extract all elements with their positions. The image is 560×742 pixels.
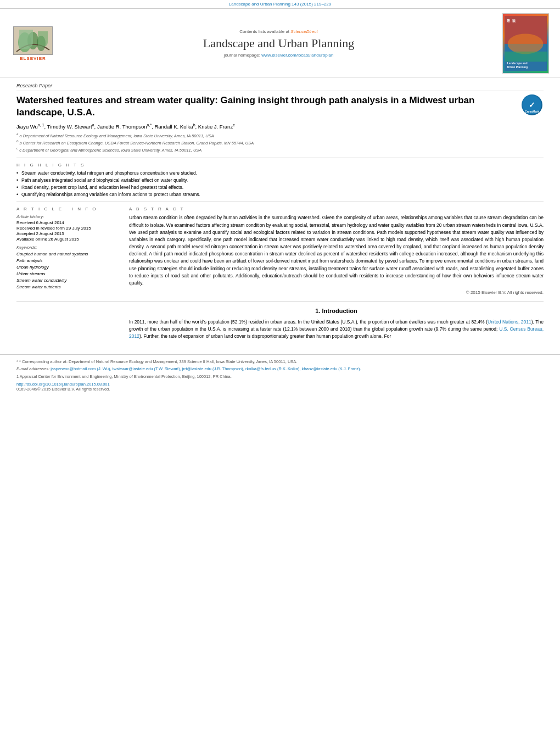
crossmark-badge[interactable]: ✓ CrossMark: [522, 94, 544, 116]
article-title-row: Watershed features and stream water qual…: [16, 94, 544, 119]
emails-label: E-mail addresses:: [16, 366, 49, 371]
intro-paragraph: In 2011, more than half of the world's p…: [129, 319, 544, 341]
affiliations: a a Department of Natural Resource Ecolo…: [16, 132, 544, 153]
highlight-item-1: • Stream water conductivity, total nitro…: [16, 170, 544, 176]
svg-point-2: [27, 32, 38, 49]
keywords-list: Coupled human and natural systems Path a…: [16, 251, 118, 291]
footer-issn: 0169-2046/© 2015 Elsevier B.V. All right…: [16, 387, 544, 392]
available-date: Available online 26 August 2015: [16, 237, 118, 242]
keyword-2: Path analysis: [16, 258, 118, 264]
introduction-section: 1. Introduction In 2011, more than half …: [16, 302, 544, 341]
keyword-3: Urban hydrology: [16, 264, 118, 271]
header-center: Contents lists available at ScienceDirec…: [55, 29, 502, 58]
footnote-emails: E-mail addresses: jasperwoo@hotmail.com …: [16, 366, 544, 372]
footer-doi[interactable]: http://dx.doi.org/10.1016/j.landurbplan.…: [16, 382, 544, 387]
svg-text:Landscape and: Landscape and: [507, 62, 528, 65]
divider-1: [16, 158, 544, 158]
affiliation-a: a a Department of Natural Resource Ecolo…: [16, 132, 544, 139]
journal-homepage-link[interactable]: www.elsevier.com/locate/landurbplan: [261, 53, 333, 58]
keyword-6: Stream water nutrients: [16, 284, 118, 291]
accepted-date: Accepted 2 August 2015: [16, 231, 118, 236]
article-content: Research Paper Watershed features and st…: [0, 77, 560, 346]
journal-title: Landscape and Urban Planning: [66, 36, 491, 51]
crossmark-icon: ✓ CrossMark: [522, 94, 542, 115]
abstract-title: A B S T R A C T: [129, 207, 544, 211]
journal-header: ELSEVIER Contents lists available at Sci…: [0, 9, 560, 77]
abstract-col: A B S T R A C T Urban stream condition i…: [129, 207, 544, 295]
article-title: Watershed features and stream water qual…: [16, 94, 522, 119]
svg-text:観: 観: [512, 19, 516, 23]
copyright-line: © 2015 Elsevier B.V. All rights reserved…: [129, 290, 544, 295]
keywords-label: Keywords:: [16, 245, 118, 250]
bullet-icon: •: [16, 185, 18, 190]
intro-right-col: 1. Introduction In 2011, more than half …: [129, 308, 544, 341]
affiliation-c: c c Department of Geological and Atmosph…: [16, 146, 544, 153]
highlights-section: H I G H L I G H T S • Stream water condu…: [16, 163, 544, 197]
sciencedirect-line: Contents lists available at ScienceDirec…: [66, 29, 491, 34]
sciencedirect-link[interactable]: ScienceDirect: [290, 29, 317, 34]
received-date: Received 6 August 2014: [16, 220, 118, 225]
intro-two-col: 1. Introduction In 2011, more than half …: [16, 308, 544, 341]
svg-point-7: [508, 34, 544, 54]
ref-united-nations[interactable]: United Nations, 2011: [488, 319, 531, 325]
ref-census-bureau[interactable]: U.S. Census Bureau, 2012: [129, 326, 544, 339]
svg-text:景: 景: [507, 19, 510, 23]
elsevier-logo: ELSEVIER: [11, 26, 55, 61]
highlights-title: H I G H L I G H T S: [16, 163, 544, 168]
footnote-star: * * Corresponding author at: Department …: [16, 359, 544, 365]
page-footer: * * Corresponding author at: Department …: [0, 354, 560, 397]
keyword-5: Stream water conductivity: [16, 277, 118, 284]
doi-top-text: Landscape and Urban Planning 143 (2015) …: [229, 2, 331, 7]
highlight-item-3: • Road density, percent crop land, and e…: [16, 185, 544, 190]
svg-rect-8: [505, 52, 547, 62]
article-info-title: A R T I C L E I N F O: [16, 207, 118, 211]
article-type: Research Paper: [16, 83, 544, 91]
article-info-col: A R T I C L E I N F O Article history: R…: [16, 207, 118, 295]
svg-text:✓: ✓: [529, 101, 535, 109]
article-body-two-col: A R T I C L E I N F O Article history: R…: [16, 207, 544, 295]
elsevier-wordmark: ELSEVIER: [20, 56, 46, 61]
highlight-item-2: • Path analyses integrated social and bi…: [16, 177, 544, 183]
journal-cover-image: 景 観 Landscape and Urban Planning: [502, 13, 549, 74]
highlight-item-4: • Quantifying relationships among variab…: [16, 192, 544, 197]
svg-text:Urban Planning: Urban Planning: [507, 65, 528, 69]
keyword-1: Coupled human and natural systems: [16, 251, 118, 258]
footnote-1: 1 Appraisal Center for Environment and E…: [16, 374, 544, 380]
bullet-icon: •: [16, 170, 18, 176]
journal-homepage: journal homepage: www.elsevier.com/locat…: [66, 53, 491, 58]
bullet-icon: •: [16, 177, 18, 183]
doi-top-line: Landscape and Urban Planning 143 (2015) …: [0, 0, 560, 9]
section1-title: 1. Introduction: [129, 308, 544, 314]
intro-left-col: [16, 308, 118, 341]
keyword-4: Urban streams: [16, 271, 118, 277]
history-label: Article history:: [16, 214, 118, 219]
bullet-icon: •: [16, 192, 18, 197]
elsevier-logo-image: [13, 26, 53, 55]
abstract-text: Urban stream condition is often degraded…: [129, 214, 544, 287]
authors-line: Jiayu Wua, 1, Timothy W. Stewarta, Janet…: [16, 123, 544, 130]
revised-date: Received in revised form 29 July 2015: [16, 226, 118, 231]
email-links[interactable]: jasperwoo@hotmail.com (J. Wu), twstewar@…: [51, 366, 361, 371]
divider-2: [16, 202, 544, 202]
svg-point-3: [37, 36, 46, 51]
affiliation-b: b b Center for Research on Ecosystem Cha…: [16, 139, 544, 146]
svg-text:CrossMark: CrossMark: [525, 110, 539, 113]
page: Landscape and Urban Planning 143 (2015) …: [0, 0, 560, 742]
